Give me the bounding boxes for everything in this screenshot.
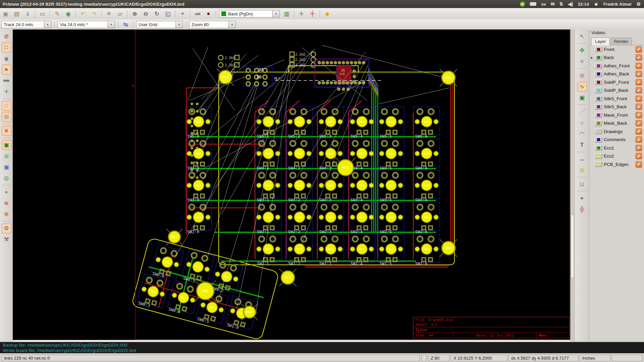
new-board-icon[interactable]: ▣ (1, 9, 10, 19)
layer-manager-toggle-icon[interactable]: ▥ (282, 9, 291, 19)
layer-visibility-checkbox[interactable]: ✔ (636, 46, 642, 53)
network-icon[interactable]: ⇅ (559, 2, 564, 6)
add-zone-icon[interactable]: ▣ (577, 93, 587, 103)
zoom-in-icon[interactable]: ⊕ (130, 9, 140, 19)
mail-icon[interactable]: ✉ (551, 2, 555, 6)
keyboard-layout-icon[interactable]: ⌨ (530, 2, 536, 6)
print-icon[interactable]: ≡ (104, 9, 114, 19)
layer-visibility-checkbox[interactable]: ✔ (636, 87, 642, 94)
layer-row-Mask_Back[interactable]: Mask_Back✔ (589, 119, 644, 128)
layer-row-Drawings[interactable]: Drawings✔ (589, 127, 644, 136)
add-text-icon[interactable]: T (577, 140, 587, 150)
skype-icon[interactable]: ✔ (520, 2, 525, 7)
netlist-icon[interactable]: .net (193, 9, 202, 19)
layer-row-Back[interactable]: ▶Back✔ (589, 54, 644, 62)
tracks-sketch-icon[interactable]: ▣ (2, 162, 11, 172)
layer-color-swatch[interactable] (595, 47, 602, 52)
layer-color-swatch[interactable] (595, 79, 602, 85)
vertical-scrollbar-thumb[interactable] (571, 215, 574, 278)
layers-setup-icon[interactable]: ⚙ (2, 224, 11, 233)
layer-color-swatch[interactable] (595, 88, 602, 93)
layer-row-Front[interactable]: Front✔ (589, 45, 644, 54)
layer-visibility-checkbox[interactable]: ✔ (636, 136, 642, 143)
layer-visibility-checkbox[interactable]: ✔ (636, 153, 642, 159)
high-contrast-icon[interactable]: ◎ (2, 173, 11, 183)
layer-row-Comments[interactable]: Comments✔ (589, 136, 644, 144)
plot-icon[interactable]: ▱ (115, 9, 125, 19)
track-width-dropdown-button[interactable]: ▼ (44, 21, 51, 28)
redo-icon[interactable]: ↷ (89, 9, 99, 19)
microwave-tools-icon[interactable]: ◆ (322, 9, 332, 19)
layer-visibility-checkbox[interactable]: ✔ (636, 112, 642, 118)
layer-selector[interactable]: Back (PgDn) ▼ (219, 10, 280, 17)
layer-visibility-checkbox[interactable]: ✔ (636, 71, 642, 77)
via-size-select[interactable]: Via 24.0 mils * ▼ (58, 21, 115, 28)
grid-origin-icon[interactable]: ╬ (577, 204, 587, 214)
undo-icon[interactable]: ↶ (78, 9, 88, 19)
cursor-shape-icon[interactable]: ✛ (2, 87, 11, 97)
keyboard-layout-label[interactable]: sv (541, 2, 546, 7)
layer-visibility-checkbox[interactable]: ✔ (636, 54, 642, 61)
add-arc-icon[interactable]: ◠ (577, 129, 587, 139)
user-name[interactable]: Fredrik Atmer (603, 2, 632, 7)
track-width-select[interactable]: Track 24.0 mils ▼ (1, 21, 51, 28)
layer-row-SilkS_Front[interactable]: SilkS_Front✔ (589, 95, 644, 103)
layer-row-PCB_Edges[interactable]: PCB_Edges✔ (589, 160, 644, 169)
zoom-out-icon[interactable]: ⊖ (141, 9, 151, 19)
polar-coords-icon[interactable]: φ (2, 54, 11, 63)
layer-visibility-checkbox[interactable]: ✔ (636, 79, 642, 85)
layer-visibility-checkbox[interactable]: ✔ (636, 96, 642, 102)
layer-visibility-checkbox[interactable]: ✔ (636, 161, 642, 168)
layer-color-swatch[interactable] (595, 104, 602, 110)
layer-row-Eco2[interactable]: Eco2✔ (589, 152, 644, 161)
tab-render[interactable]: Render (610, 38, 632, 45)
user-icon[interactable]: ☻ (594, 2, 599, 6)
layer-color-swatch[interactable] (595, 63, 602, 68)
units-mm-icon[interactable]: mm (2, 76, 11, 85)
local-ratsnest-icon[interactable]: ✳ (577, 57, 587, 66)
module-editor-icon[interactable]: ✎ (52, 9, 62, 19)
layer-color-swatch[interactable] (595, 121, 602, 126)
grid-dropdown-button[interactable]: ▼ (176, 21, 183, 28)
layer-row-Adhes_Back[interactable]: Adhes_Back✔ (589, 70, 644, 78)
grid-select[interactable]: User Grid ▼ (136, 21, 183, 28)
add-line-icon[interactable]: ⋰ (577, 107, 587, 117)
layer-color-swatch[interactable] (595, 154, 602, 159)
layer-row-Mask_Front[interactable]: Mask_Front✔ (589, 111, 644, 119)
drc-off-icon[interactable]: ⊘ (2, 32, 11, 41)
session-gear-icon[interactable]: ⚙ (636, 2, 641, 6)
pin-tool-icon[interactable]: ⌖ (2, 187, 11, 197)
layer-color-swatch[interactable] (595, 112, 602, 118)
vias-sketch-icon[interactable]: ▣ (2, 151, 11, 161)
layer-visibility-checkbox[interactable]: ✔ (636, 63, 642, 69)
via-size-dropdown-button[interactable]: ▼ (108, 21, 115, 28)
module-viewer-icon[interactable]: ◉ (63, 9, 73, 19)
layer-row-SoldP_Front[interactable]: SoldP_Front✔ (589, 78, 644, 86)
save-board-icon[interactable]: ⇓ (23, 9, 33, 19)
track-mode-icon[interactable]: ╪ (308, 9, 317, 19)
redraw-icon[interactable]: ↻ (152, 9, 162, 19)
units-inch-icon[interactable]: In (2, 65, 11, 74)
tab-layer[interactable]: Layer (591, 38, 610, 45)
delete-icon[interactable]: ⊔ (577, 179, 587, 189)
open-board-icon[interactable]: ▤ (12, 9, 21, 19)
layer-selector-dropdown-button[interactable]: ▼ (273, 10, 280, 17)
layer-color-swatch[interactable] (595, 137, 602, 142)
pads-sketch-icon[interactable]: ▣ (2, 140, 11, 150)
layer-color-swatch[interactable] (595, 96, 602, 101)
layer-visibility-checkbox[interactable]: ✔ (636, 104, 642, 110)
find-icon[interactable]: ⌖ (178, 9, 187, 19)
zoom-dropdown-button[interactable]: ▼ (229, 21, 236, 28)
tracks-vias-setup-icon[interactable]: ⚒ (2, 235, 11, 244)
clock[interactable]: 22:14 (578, 2, 589, 7)
layer-color-swatch[interactable] (595, 145, 602, 150)
volume-icon[interactable]: ◀) (568, 2, 573, 6)
layer-row-Eco1[interactable]: Eco1✔ (589, 144, 644, 152)
tracks-display-icon[interactable]: ≋ (2, 198, 11, 208)
drc-icon[interactable]: ● (204, 9, 213, 19)
module-mode-icon[interactable]: ✛ (297, 9, 306, 19)
layer-color-swatch[interactable] (595, 162, 602, 167)
layer-row-SoldP_Back[interactable]: SoldP_Back✔ (589, 86, 644, 95)
layer-row-Adhes_Front[interactable]: Adhes_Front✔ (589, 62, 644, 70)
pcb-canvas[interactable]: HOLESW5:0HOLESW4:0HOLESW3:0HOLESW2:0HOLE… (13, 29, 570, 340)
